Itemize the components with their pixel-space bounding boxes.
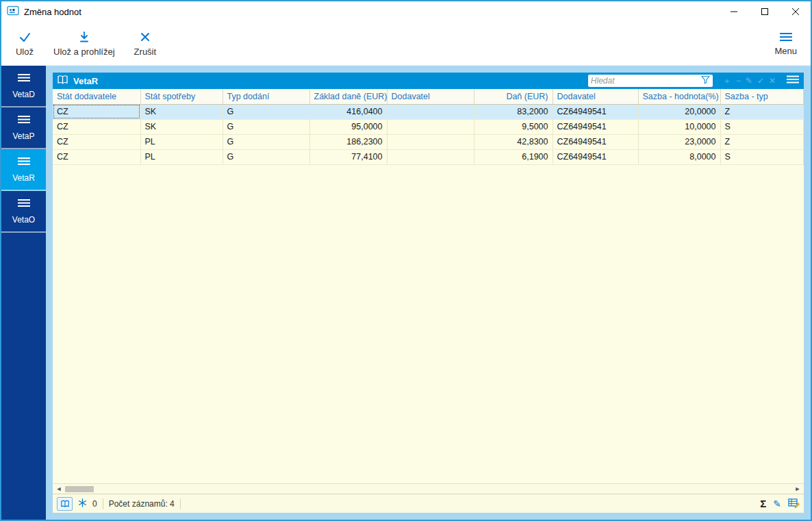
book-view-toggle[interactable] [57, 497, 73, 511]
horizontal-scrollbar[interactable]: ◄ ► [53, 483, 804, 494]
status-bar: 0 Počet záznamů: 4 Σ ✎ [53, 494, 804, 513]
table-cell[interactable]: 416,0400 [309, 104, 387, 119]
scroll-right-icon[interactable]: ► [794, 485, 802, 492]
table-cell[interactable]: 83,2000 [474, 104, 553, 119]
commit-record-icon[interactable]: ✓ [757, 75, 764, 86]
table-cell[interactable]: Z [720, 134, 804, 149]
content-area: VetaR ＋ − ✎ ✓ ✕ [46, 66, 811, 520]
add-record-icon[interactable]: ＋ [723, 75, 731, 86]
column-header[interactable]: Základ daně (EUR) [309, 89, 387, 104]
save-and-browse-button-label: Ulož a prohlížej [53, 47, 115, 57]
record-navigator: ＋ − ✎ ✓ ✕ [723, 75, 776, 86]
table-row[interactable]: CZSKG416,040083,2000CZ6494954120,0000Z [53, 104, 804, 119]
column-header[interactable]: Sazba - typ [720, 89, 804, 104]
save-button[interactable]: Ulož [5, 22, 44, 65]
table-cell[interactable]: CZ64949541 [553, 119, 638, 134]
sidebar-item-vetao[interactable]: VetaO [1, 191, 46, 233]
table-cell[interactable]: 77,4100 [309, 149, 387, 164]
panel-menu-hamburger-icon[interactable] [786, 75, 800, 87]
scroll-left-icon[interactable]: ◄ [55, 485, 63, 492]
edit-record-icon[interactable]: ✎ [746, 75, 752, 86]
app-window: Změna hodnot Ulož [0, 0, 812, 521]
sidebar-item-vetar[interactable]: VetaR [1, 149, 46, 191]
open-book-icon [57, 75, 68, 88]
grid-edit-icon[interactable] [788, 498, 800, 510]
app-icon [7, 5, 19, 18]
table-cell[interactable]: CZ64949541 [553, 149, 638, 164]
column-header[interactable]: Sazba - hodnota(%) [638, 89, 720, 104]
table-cell[interactable] [387, 119, 474, 134]
table-row[interactable]: CZSKG95,00009,5000CZ6494954110,0000S [53, 119, 804, 134]
search-box [588, 75, 713, 87]
table-cell[interactable]: CZ64949541 [553, 104, 638, 119]
delete-record-icon[interactable]: − [736, 75, 741, 86]
toolbar: Ulož Ulož a prohlížej Zrušit [1, 22, 811, 66]
search-input[interactable] [591, 76, 701, 86]
table-cell[interactable]: CZ [53, 134, 140, 149]
separator [103, 498, 103, 509]
table-cell[interactable]: 42,8300 [474, 134, 553, 149]
status-bar-right: Σ ✎ [760, 498, 800, 510]
table-cell[interactable]: SK [140, 104, 223, 119]
sum-icon[interactable]: Σ [760, 498, 766, 509]
column-header[interactable]: Stát spotřeby [140, 89, 223, 104]
table-cell[interactable]: SK [140, 119, 223, 134]
scrollbar-thumb[interactable] [65, 486, 94, 492]
minimize-button[interactable] [718, 1, 749, 22]
table-cell[interactable]: G [223, 149, 309, 164]
window-controls [718, 1, 811, 22]
sidebar-item-vetad[interactable]: VetaD [1, 66, 46, 107]
check-icon [18, 31, 31, 43]
table-cell[interactable]: 8,0000 [638, 149, 720, 164]
menu-button[interactable]: Menu [765, 22, 807, 65]
table-cell[interactable]: S [720, 119, 804, 134]
table-cell[interactable]: G [223, 104, 309, 119]
table-cell[interactable]: 6,1900 [474, 149, 553, 164]
close-button[interactable] [780, 1, 811, 22]
panel-title: VetaR [73, 76, 98, 86]
table-row[interactable]: CZPLG186,230042,8300CZ6494954123,0000Z [53, 134, 804, 149]
save-button-label: Ulož [16, 47, 34, 57]
cancel-record-icon[interactable]: ✕ [769, 75, 776, 86]
table-cell[interactable]: PL [140, 134, 223, 149]
table-cell[interactable]: S [720, 149, 804, 164]
separator [180, 498, 181, 509]
table-cell[interactable] [387, 104, 474, 119]
filter-funnel-icon[interactable] [701, 75, 710, 87]
table-body: CZSKG416,040083,2000CZ6494954120,0000ZCZ… [53, 104, 804, 164]
table-cell[interactable]: G [223, 119, 309, 134]
table-cell[interactable]: PL [140, 149, 223, 164]
column-header[interactable]: Dodavatel [387, 89, 474, 104]
table-row[interactable]: CZPLG77,41006,1900CZ649495418,0000S [53, 149, 804, 164]
column-header[interactable]: Dodavatel [553, 89, 638, 104]
table-cell[interactable]: 186,2300 [309, 134, 387, 149]
table-cell[interactable]: Z [720, 104, 804, 119]
sidebar-item-vetap[interactable]: VetaP [1, 107, 46, 149]
table-cell[interactable] [387, 149, 474, 164]
table-cell[interactable]: 95,0000 [309, 119, 387, 134]
table-cell[interactable]: 9,5000 [474, 119, 553, 134]
column-header[interactable]: Daň (EUR) [474, 89, 553, 104]
table-cell[interactable]: CZ64949541 [553, 134, 638, 149]
save-and-browse-button[interactable]: Ulož a prohlížej [44, 22, 125, 65]
table-cell[interactable]: 23,0000 [638, 134, 720, 149]
table-cell[interactable]: G [223, 134, 309, 149]
table-cell[interactable] [387, 134, 474, 149]
hamburger-icon [778, 31, 794, 42]
hamburger-icon [17, 73, 31, 85]
table-cell[interactable]: CZ [53, 104, 140, 119]
table-cell[interactable]: 10,0000 [638, 119, 720, 134]
vetar-panel: VetaR ＋ − ✎ ✓ ✕ [53, 73, 804, 513]
pinned-count: 0 [92, 499, 97, 509]
maximize-button[interactable] [749, 1, 780, 22]
column-header[interactable]: Typ dodání [223, 89, 309, 104]
edit-icon[interactable]: ✎ [773, 498, 781, 509]
scrollbar-track[interactable] [63, 485, 794, 493]
table-cell[interactable]: CZ [53, 149, 140, 164]
x-icon [139, 31, 151, 43]
hamburger-icon [17, 156, 31, 168]
table-cell[interactable]: CZ [53, 119, 140, 134]
column-header[interactable]: Stát dodavatele [53, 89, 140, 104]
cancel-button[interactable]: Zrušit [125, 22, 166, 65]
table-cell[interactable]: 20,0000 [638, 104, 720, 119]
